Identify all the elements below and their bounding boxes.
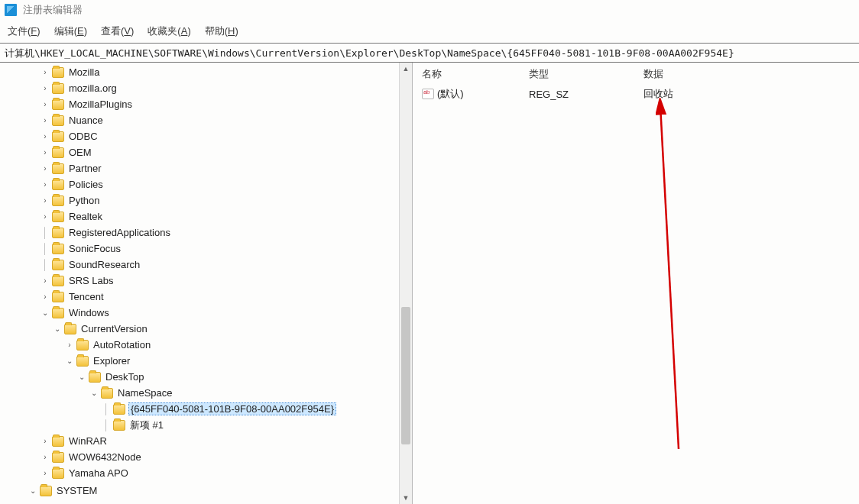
tree-item[interactable]: ›ODBC: [0, 128, 399, 144]
tree-item[interactable]: ›Policies: [0, 176, 399, 192]
tree-leaf-icon: │: [40, 243, 50, 254]
tree-leaf-icon: │: [101, 419, 112, 431]
col-data-header[interactable]: 数据: [643, 67, 859, 81]
tree-item[interactable]: ›mozilla.org: [0, 80, 399, 96]
folder-icon: [52, 228, 64, 238]
value-type: REG_SZ: [529, 89, 643, 100]
tree-item[interactable]: ›AutoRotation: [0, 337, 399, 353]
folder-icon: [52, 468, 64, 479]
tree-item[interactable]: │RegisteredApplications: [0, 225, 399, 241]
chevron-right-icon[interactable]: ›: [40, 132, 50, 141]
folder-icon: [89, 372, 101, 383]
tree-item-label: Explorer: [92, 355, 131, 367]
tree-item[interactable]: ⌄DeskTop: [0, 369, 399, 385]
tree-item-label: ODBC: [67, 131, 99, 142]
tree-item[interactable]: │{645FF040-5081-101B-9F08-00AA002F954E}: [0, 401, 399, 417]
menu-favorites[interactable]: 收藏夹(A): [147, 24, 190, 37]
tree-item-label: SRS Labs: [67, 275, 115, 286]
scrollbar-thumb[interactable]: [401, 307, 410, 444]
menu-help[interactable]: 帮助(H): [205, 24, 238, 37]
chevron-right-icon[interactable]: ›: [40, 84, 50, 92]
menu-bar: 文件(F) 编辑(E) 查看(V) 收藏夹(A) 帮助(H): [0, 21, 859, 43]
folder-icon: [52, 83, 64, 94]
tree-item[interactable]: ›Realtek: [0, 208, 399, 225]
tree-item[interactable]: ⌄NameSpace: [0, 385, 399, 401]
folder-icon: [52, 67, 64, 78]
tree-item[interactable]: ›Tencent: [0, 289, 399, 305]
folder-icon: [52, 292, 64, 302]
tree-item[interactable]: ›Nuance: [0, 112, 399, 128]
tree-item[interactable]: ›SRS Labs: [0, 273, 399, 289]
chevron-down-icon[interactable]: ⌄: [40, 309, 50, 317]
tree-item[interactable]: │新项 #1: [0, 417, 399, 433]
chevron-right-icon[interactable]: ›: [64, 341, 75, 349]
annotation-arrow: [656, 98, 702, 457]
tree-item-label: Mozilla: [67, 66, 101, 78]
tree-item-label: Windows: [67, 307, 111, 318]
chevron-right-icon[interactable]: ›: [40, 100, 50, 108]
address-bar[interactable]: 计算机\HKEY_LOCAL_MACHINE\SOFTWARE\Windows\…: [0, 43, 859, 63]
tree-item[interactable]: ⌄Windows: [0, 305, 399, 321]
tree-scroll[interactable]: ›Mozilla›mozilla.org›MozillaPlugins›Nuan…: [0, 63, 399, 504]
chevron-right-icon[interactable]: ›: [40, 148, 50, 157]
chevron-down-icon[interactable]: ⌄: [64, 357, 75, 365]
folder-icon: [113, 420, 125, 431]
chevron-right-icon[interactable]: ›: [40, 180, 50, 189]
chevron-down-icon[interactable]: ⌄: [89, 389, 99, 397]
folder-icon: [64, 324, 76, 334]
tree-scrollbar[interactable]: ▲ ▼: [399, 63, 412, 504]
scroll-down-icon[interactable]: ▼: [400, 492, 412, 504]
folder-icon: [52, 452, 64, 463]
tree-item[interactable]: ⌄Explorer: [0, 353, 399, 369]
window-title: 注册表编辑器: [23, 3, 83, 17]
tree-item[interactable]: ⌄SYSTEM: [0, 483, 399, 499]
menu-view[interactable]: 查看(V): [101, 24, 134, 37]
tree-item[interactable]: ›Mozilla: [0, 64, 399, 80]
tree-item[interactable]: ›WinRAR: [0, 433, 399, 449]
tree-item-label: DeskTop: [104, 371, 146, 383]
tree-item[interactable]: ›OEM: [0, 144, 399, 160]
scroll-up-icon[interactable]: ▲: [400, 63, 412, 75]
col-type-header[interactable]: 类型: [529, 67, 643, 81]
chevron-down-icon[interactable]: ⌄: [52, 325, 63, 333]
folder-icon: [40, 486, 52, 496]
tree-item[interactable]: ›Python: [0, 192, 399, 208]
tree-item[interactable]: │SonicFocus: [0, 241, 399, 257]
chevron-right-icon[interactable]: ›: [40, 292, 50, 301]
tree-item[interactable]: ›Partner: [0, 160, 399, 176]
tree-item[interactable]: ⌄CurrentVersion: [0, 321, 399, 337]
chevron-down-icon[interactable]: ⌄: [28, 486, 38, 495]
svg-line-0: [660, 105, 679, 449]
tree-item-label: Partner: [67, 163, 103, 174]
folder-icon: [52, 179, 64, 190]
chevron-right-icon[interactable]: ›: [40, 469, 50, 477]
chevron-right-icon[interactable]: ›: [40, 196, 50, 205]
folder-icon: [52, 163, 64, 174]
chevron-right-icon[interactable]: ›: [40, 68, 50, 76]
menu-edit[interactable]: 编辑(E): [54, 24, 87, 37]
tree-item[interactable]: ›WOW6432Node: [0, 449, 399, 465]
tree-item-label: Policies: [67, 179, 105, 190]
tree-item[interactable]: │SoundResearch: [0, 257, 399, 273]
chevron-right-icon[interactable]: ›: [40, 437, 50, 445]
value-data: 回收站: [643, 87, 859, 101]
chevron-down-icon[interactable]: ⌄: [76, 373, 87, 381]
col-name-header[interactable]: 名称: [422, 67, 529, 81]
folder-icon: [52, 276, 64, 286]
tree-item-label: RegisteredApplications: [67, 227, 172, 238]
tree-item-label: SonicFocus: [67, 243, 122, 254]
values-panel: 名称 类型 数据 (默认) REG_SZ 回收站: [413, 63, 859, 504]
tree-item-label: SoundResearch: [67, 259, 141, 270]
chevron-right-icon[interactable]: ›: [40, 164, 50, 173]
chevron-right-icon[interactable]: ›: [40, 276, 50, 285]
tree-item[interactable]: ›Yamaha APO: [0, 465, 399, 481]
chevron-right-icon[interactable]: ›: [40, 116, 50, 124]
tree-leaf-icon: │: [40, 259, 50, 270]
folder-icon: [52, 131, 64, 142]
tree-item[interactable]: ›MozillaPlugins: [0, 96, 399, 112]
tree-leaf-icon: │: [40, 227, 50, 238]
chevron-right-icon[interactable]: ›: [40, 212, 50, 221]
chevron-right-icon[interactable]: ›: [40, 453, 50, 461]
menu-file[interactable]: 文件(F): [8, 24, 41, 37]
value-row[interactable]: (默认) REG_SZ 回收站: [422, 86, 859, 102]
